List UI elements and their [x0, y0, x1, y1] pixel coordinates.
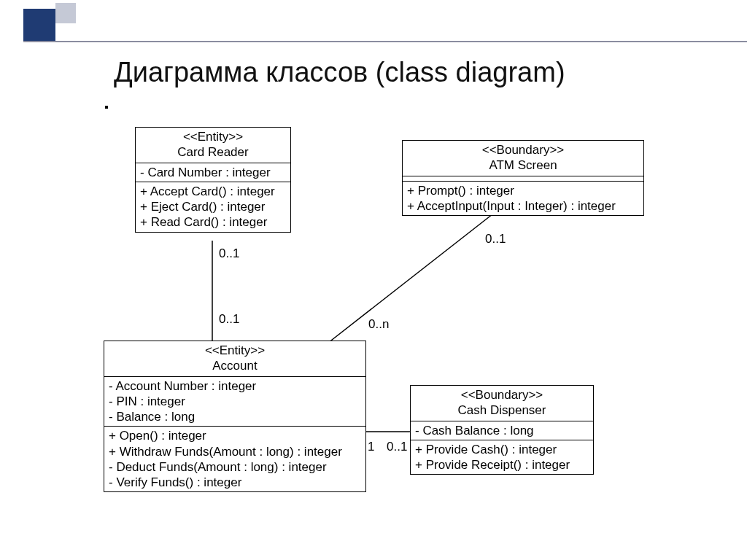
attribute: - Account Number : integer [109, 378, 361, 394]
decor-square-light [55, 3, 76, 23]
multiplicity-account-end-atm: 0..n [368, 317, 389, 332]
operation: + Read Card() : integer [140, 214, 286, 230]
operation: - Deduct Funds(Amount : long) : integer [109, 459, 361, 475]
class-name: Card Reader [142, 144, 285, 160]
slide: Диаграмма классов (class diagram) <<Enti… [0, 0, 747, 560]
attribute: - Cash Balance : long [415, 423, 589, 438]
multiplicity-account-end-cr: 0..1 [219, 312, 239, 327]
attribute: - Balance : long [109, 409, 361, 424]
attribute: - Card Number : integer [140, 165, 286, 180]
class-atm-screen: <<Boundary>> ATM Screen + Prompt() : int… [402, 140, 644, 216]
class-cash-dispenser: <<Boundary>> Cash Dispenser - Cash Balan… [410, 385, 594, 475]
decor-top-rule [23, 41, 747, 42]
operation: + AcceptInput(Input : Integer) : integer [407, 198, 639, 214]
operation: + Prompt() : integer [407, 183, 639, 198]
class-name: Account [110, 358, 360, 373]
class-name: Cash Dispenser [417, 402, 587, 418]
stereotype: <<Entity>> [142, 129, 285, 144]
operation: + Provide Receipt() : integer [415, 457, 589, 472]
operation: - Verify Funds() : integer [109, 475, 361, 490]
multiplicity-cardreader-end: 0..1 [219, 246, 239, 261]
class-name: ATM Screen [409, 158, 638, 173]
operation: + Withdraw Funds(Amount : long) : intege… [109, 444, 361, 459]
operation: + Provide Cash() : integer [415, 442, 589, 457]
stereotype: <<Boundary>> [417, 387, 587, 402]
operation: + Accept Card() : integer [140, 184, 286, 199]
stereotype: <<Entity>> [110, 343, 360, 358]
stereotype: <<Boundary>> [409, 142, 638, 158]
operation: + Open() : integer [109, 428, 361, 443]
class-account: <<Entity>> Account - Account Number : in… [104, 341, 366, 492]
decor-dot [105, 106, 108, 109]
operation: + Eject Card() : integer [140, 199, 286, 214]
decor-square-dark [23, 9, 55, 41]
multiplicity-atmscreen-end: 0..1 [485, 232, 506, 246]
slide-title: Диаграмма классов (class diagram) [114, 57, 565, 88]
svg-line-1 [328, 211, 496, 343]
class-card-reader: <<Entity>> Card Reader - Card Number : i… [135, 127, 291, 233]
empty-attributes [403, 176, 643, 182]
attribute: - PIN : integer [109, 394, 361, 409]
multiplicity-account-end-cd: 1 [368, 440, 374, 454]
multiplicity-cashdispenser-end: 0..1 [387, 440, 407, 454]
